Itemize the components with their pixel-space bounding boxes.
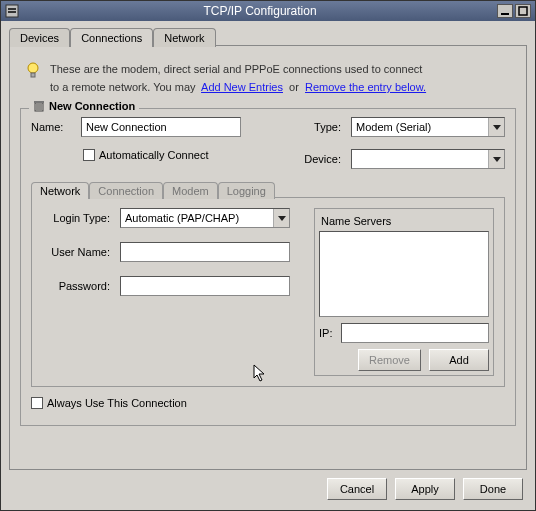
- intro-line1: These are the modem, direct serial and P…: [50, 63, 422, 75]
- ip-input[interactable]: [341, 323, 489, 343]
- login-type-value: Automatic (PAP/CHAP): [121, 212, 273, 224]
- window: TCP/IP Configuration Devices Connections…: [0, 0, 536, 511]
- maximize-button[interactable]: [515, 4, 531, 18]
- add-entries-link[interactable]: Add New Entries: [201, 81, 283, 93]
- content-area: Devices Connections Network These are th…: [1, 21, 535, 510]
- always-use-checkbox[interactable]: Always Use This Connection: [31, 397, 187, 409]
- ip-label: IP:: [319, 327, 337, 339]
- password-label: Password:: [42, 280, 114, 292]
- type-value: Modem (Serial): [352, 121, 488, 133]
- intro-text-block: These are the modem, direct serial and P…: [20, 56, 516, 100]
- type-label: Type:: [295, 121, 345, 133]
- svg-rect-6: [31, 73, 35, 77]
- window-title: TCP/IP Configuration: [25, 4, 495, 18]
- subtab-modem[interactable]: Modem: [163, 182, 218, 199]
- groupbox-legend: New Connection: [29, 100, 139, 112]
- checkbox-icon: [83, 149, 95, 161]
- done-button[interactable]: Done: [463, 478, 523, 500]
- subtab-connection[interactable]: Connection: [89, 182, 163, 199]
- name-servers-list[interactable]: [319, 231, 489, 317]
- remove-ns-button[interactable]: Remove: [358, 349, 421, 371]
- device-label: Device:: [295, 153, 345, 165]
- auto-connect-label: Automatically Connect: [99, 149, 208, 161]
- chevron-down-icon: [273, 209, 289, 227]
- intro-line2b: or: [289, 81, 299, 93]
- password-input[interactable]: [120, 276, 290, 296]
- network-subpanel: Login Type: Automatic (PAP/CHAP) User Na…: [31, 197, 505, 387]
- groupbox-title: New Connection: [49, 100, 135, 112]
- cancel-button[interactable]: Cancel: [327, 478, 387, 500]
- minimize-button[interactable]: [497, 4, 513, 18]
- remove-entry-link[interactable]: Remove the entry below.: [305, 81, 426, 93]
- svg-rect-2: [8, 11, 16, 13]
- svg-rect-8: [34, 101, 44, 103]
- main-tabs: Devices Connections Network: [9, 27, 527, 46]
- name-servers-label: Name Servers: [319, 213, 489, 231]
- apply-button[interactable]: Apply: [395, 478, 455, 500]
- titlebar: TCP/IP Configuration: [1, 1, 535, 21]
- type-combo[interactable]: Modem (Serial): [351, 117, 505, 137]
- lightbulb-icon: [26, 62, 40, 80]
- intro-line2a: to a remote network. You may: [50, 81, 196, 93]
- chevron-down-icon: [488, 150, 504, 168]
- tab-network[interactable]: Network: [153, 28, 215, 47]
- username-label: User Name:: [42, 246, 114, 258]
- subtab-network[interactable]: Network: [31, 182, 89, 199]
- subtab-logging[interactable]: Logging: [218, 182, 275, 199]
- connection-groupbox: New Connection Name: Automatically Conne…: [20, 108, 516, 426]
- auto-connect-checkbox[interactable]: Automatically Connect: [83, 149, 208, 161]
- login-type-label: Login Type:: [42, 212, 114, 224]
- username-input[interactable]: [120, 242, 290, 262]
- chevron-down-icon: [488, 118, 504, 136]
- dialog-buttons: Cancel Apply Done: [9, 470, 527, 502]
- connections-panel: These are the modem, direct serial and P…: [9, 45, 527, 470]
- device-combo[interactable]: [351, 149, 505, 169]
- trash-icon: [33, 100, 45, 112]
- svg-rect-4: [519, 7, 527, 15]
- name-servers-box: Name Servers IP: Remove Add: [314, 208, 494, 376]
- always-use-label: Always Use This Connection: [47, 397, 187, 409]
- sub-tabs: Network Connection Modem Logging: [31, 181, 505, 198]
- checkbox-icon: [31, 397, 43, 409]
- tab-devices[interactable]: Devices: [9, 28, 70, 47]
- svg-rect-1: [8, 8, 16, 10]
- tab-connections[interactable]: Connections: [70, 28, 153, 47]
- name-input[interactable]: [81, 117, 241, 137]
- svg-point-5: [28, 63, 38, 73]
- name-label: Name:: [31, 121, 75, 133]
- intro-text: These are the modem, direct serial and P…: [50, 60, 426, 96]
- add-ns-button[interactable]: Add: [429, 349, 489, 371]
- svg-rect-3: [501, 13, 509, 15]
- login-type-combo[interactable]: Automatic (PAP/CHAP): [120, 208, 290, 228]
- system-menu-icon[interactable]: [5, 4, 19, 18]
